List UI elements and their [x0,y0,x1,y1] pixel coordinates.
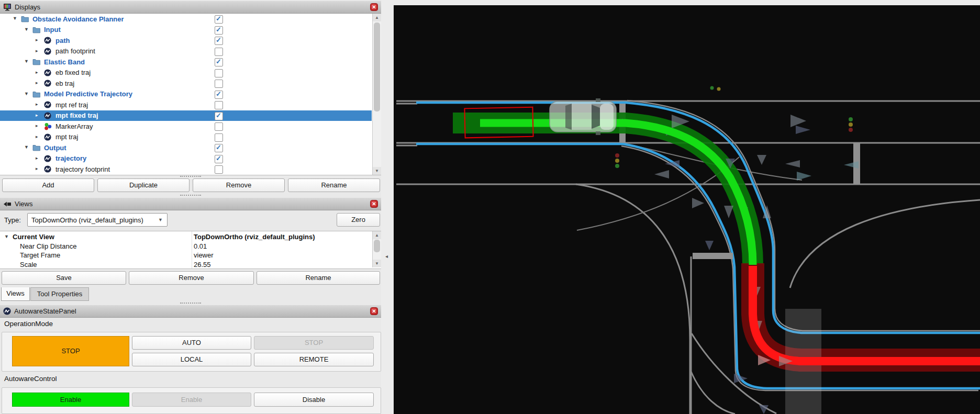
displays-panel-title: Displays [15,3,40,11]
render-viewport[interactable] [394,5,980,414]
property-row[interactable]: Near Clip Distance0.01 [0,242,381,251]
expand-arrow-icon[interactable]: ▸ [36,80,38,85]
tree-row-trajectory[interactable]: ▸trajectory [0,153,372,164]
expand-arrow-icon[interactable]: ▼ [13,16,17,21]
property-name: Near Clip Distance [20,242,76,250]
views-close-icon[interactable]: ✕ [370,200,378,208]
tab-tool-properties[interactable]: Tool Properties [30,287,89,301]
display-enabled-checkbox[interactable] [215,37,223,45]
view-type-select[interactable]: TopDownOrtho (rviz_default_plugins)▼ [27,213,168,227]
display-enabled-checkbox[interactable] [215,122,223,131]
tree-row-mpt-traj[interactable]: ▸mpt traj [0,132,372,143]
expand-arrow-icon[interactable]: ▸ [36,113,38,118]
rename-view-button[interactable]: Rename [257,271,380,285]
views-scrollbar[interactable]: ▲ ▼ [372,231,381,267]
tree-row-label: Obstacle Avoidance Planner [32,15,124,23]
tree-row-input[interactable]: ▼Input [0,25,372,36]
tree-row-label: path [55,37,70,44]
expand-arrow-icon[interactable]: ▸ [36,37,38,42]
tree-row-model-predictive-trajectory[interactable]: ▼Model Predictive Trajectory [0,89,372,100]
property-value[interactable]: 0.01 [194,242,207,250]
local-button[interactable]: LOCAL [132,353,251,366]
scroll-down-icon[interactable]: ▼ [373,260,381,267]
autoware-display-icon [44,80,52,87]
tree-row-label: path footprint [55,47,95,55]
display-enabled-checkbox[interactable] [215,58,223,66]
zero-button[interactable]: Zero [337,213,380,227]
save-button[interactable]: Save [2,271,126,285]
dock-splitter[interactable]: ◂ [381,0,394,414]
tree-row-eb-traj[interactable]: ▸eb traj [0,78,372,89]
expand-arrow-icon[interactable]: ▼ [24,91,29,96]
tree-row-trajectory-footprint[interactable]: ▸trajectory footprint [0,164,372,175]
property-row[interactable]: Target Frameviewer [0,251,381,260]
display-enabled-checkbox[interactable] [215,112,223,120]
tree-row-elastic-band[interactable]: ▼Elastic Band [0,57,372,68]
folder-icon [32,144,40,151]
duplicate-button[interactable]: Duplicate [97,178,190,192]
tree-row-obstacle-avoidance-planner[interactable]: ▼Obstacle Avoidance Planner [0,14,372,25]
property-value[interactable]: 26.55 [194,261,211,268]
display-enabled-checkbox[interactable] [215,144,223,152]
tree-row-eb-fixed-traj[interactable]: ▸eb fixed traj [0,68,372,79]
autoware-state-close-icon[interactable]: ✕ [370,307,378,315]
expand-arrow-icon[interactable]: ▼ [4,234,9,239]
expand-arrow-icon[interactable]: ▸ [36,123,38,128]
views-panel-header[interactable]: Views ✕ [0,198,381,210]
expand-arrow-icon[interactable]: ▼ [24,27,29,32]
tab-views[interactable]: Views [1,287,30,301]
tree-row-markerarray[interactable]: ▸MarkerArray [0,121,372,132]
rename-button[interactable]: Rename [288,178,380,192]
displays-tree-scrollbar[interactable]: ▲ ▼ [372,14,381,175]
display-enabled-checkbox[interactable] [215,133,223,142]
remove-button[interactable]: Remove [193,178,285,192]
displays-close-icon[interactable]: ✕ [370,3,378,11]
property-value[interactable]: viewer [194,251,214,259]
tree-row-mpt-ref-traj[interactable]: ▸mpt ref traj [0,99,372,110]
tree-row-mpt-fixed-traj-selected[interactable]: ▸mpt fixed traj [0,110,372,121]
scroll-down-icon[interactable]: ▼ [373,167,381,175]
display-enabled-checkbox[interactable] [215,80,223,88]
display-enabled-checkbox[interactable] [215,101,223,109]
scrollbar-handle[interactable] [374,23,380,111]
auto-button[interactable]: AUTO [132,336,251,350]
view-type-row: Type: TopDownOrtho (rviz_default_plugins… [0,213,381,228]
disable-button[interactable]: Disable [254,393,374,407]
expand-arrow-icon[interactable]: ▸ [36,102,38,107]
display-enabled-checkbox[interactable] [215,26,223,35]
view-type-value: TopDownOrtho (rviz_default_plugins) [31,216,143,224]
tree-row-output[interactable]: ▼Output [0,142,372,153]
property-row[interactable]: Scale26.55 [0,260,381,270]
display-enabled-checkbox[interactable] [215,165,223,174]
display-enabled-checkbox[interactable] [215,15,223,24]
expand-arrow-icon[interactable]: ▸ [36,134,38,139]
expand-arrow-icon[interactable]: ▼ [24,59,29,64]
add-button[interactable]: Add [2,178,94,192]
display-enabled-checkbox[interactable] [215,48,223,56]
display-enabled-checkbox[interactable] [215,69,223,77]
control-current-state: Enable [12,393,129,407]
ego-vehicle [550,98,616,135]
property-value: TopDownOrtho (rviz_default_plugins) [194,233,315,241]
expand-arrow-icon[interactable]: ▼ [24,144,29,150]
displays-panel-header[interactable]: Displays ✕ [0,1,381,14]
tree-row-path[interactable]: ▸path [0,35,372,46]
remove-view-button[interactable]: Remove [129,271,254,285]
collapse-arrow-icon[interactable]: ◂ [385,253,388,259]
tree-row-path-footprint[interactable]: ▸path footprint [0,46,372,57]
expand-arrow-icon[interactable]: ▸ [36,166,38,171]
display-enabled-checkbox[interactable] [215,91,223,99]
scene-svg [394,5,980,414]
folder-icon [32,58,40,65]
expand-arrow-icon[interactable]: ▸ [36,155,38,161]
expand-arrow-icon[interactable]: ▸ [36,70,38,75]
splitter-handle[interactable] [180,195,201,197]
autoware-state-panel-header[interactable]: AutowareStatePanel ✕ [0,305,381,318]
scroll-up-icon[interactable]: ▲ [373,231,381,239]
remote-button[interactable]: REMOTE [254,353,374,366]
scroll-up-icon[interactable]: ▲ [373,14,381,21]
display-enabled-checkbox[interactable] [215,155,223,163]
expand-arrow-icon[interactable]: ▸ [36,48,38,53]
scrollbar-handle[interactable] [374,240,380,252]
property-row[interactable]: ▼Current ViewTopDownOrtho (rviz_default_… [0,232,381,242]
